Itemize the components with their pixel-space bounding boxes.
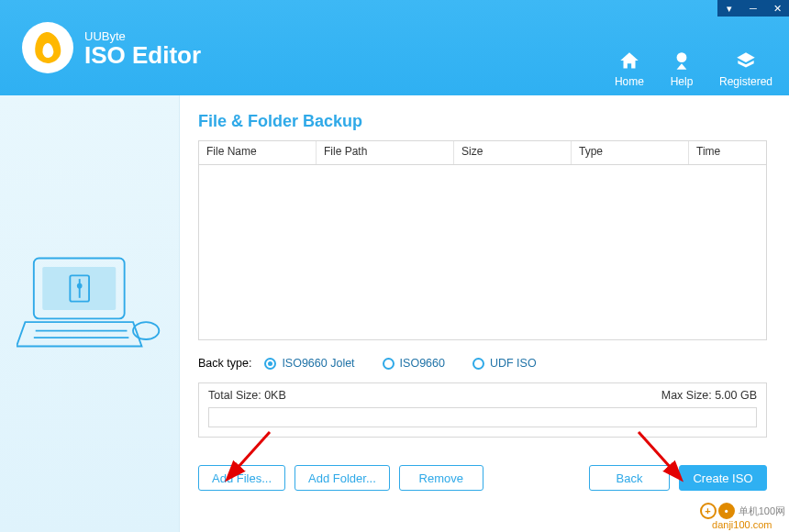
total-size: Total Size: 0KB <box>208 389 286 402</box>
registered-icon <box>734 50 758 73</box>
col-header-type[interactable]: Type <box>572 141 689 164</box>
laptop-illustration <box>17 251 163 376</box>
radio-icon <box>264 358 276 370</box>
button-row: Add Files... Add Folder... Remove Back C… <box>198 465 767 491</box>
remove-button[interactable]: Remove <box>399 465 483 491</box>
radio-icon <box>383 358 394 370</box>
radio-udf-iso[interactable]: UDF ISO <box>472 357 537 370</box>
col-header-name[interactable]: File Name <box>199 141 317 164</box>
back-type-label: Back type: <box>198 357 251 370</box>
home-icon <box>617 50 641 73</box>
radio-icon <box>472 358 484 370</box>
app-header: ▾ ─ ✕ UUByte ISO Editor Home Help Regist… <box>0 0 789 95</box>
svg-point-5 <box>76 283 82 289</box>
brand-big: ISO Editor <box>84 43 201 67</box>
nav-help[interactable]: Help <box>670 50 694 88</box>
back-button[interactable]: Back <box>589 465 670 491</box>
dropdown-icon[interactable]: ▾ <box>717 0 741 17</box>
add-files-button[interactable]: Add Files... <box>198 465 285 491</box>
col-header-size[interactable]: Size <box>454 141 572 164</box>
nav-home[interactable]: Home <box>615 50 644 88</box>
table-header: File Name File Path Size Type Time <box>199 141 766 165</box>
page-title: File & Folder Backup <box>198 112 767 131</box>
max-size: Max Size: 5.00 GB <box>661 389 757 402</box>
nav-registered[interactable]: Registered <box>719 50 772 88</box>
radio-iso9660-jolet[interactable]: ISO9660 Jolet <box>264 357 354 370</box>
nav-help-label: Help <box>671 75 694 88</box>
close-icon[interactable]: ✕ <box>765 0 789 17</box>
size-panel: Total Size: 0KB Max Size: 5.00 GB <box>198 382 767 438</box>
col-header-time[interactable]: Time <box>689 141 766 164</box>
watermark: +• 单机100网 danji100.com <box>699 503 785 530</box>
minimize-icon[interactable]: ─ <box>741 0 765 17</box>
svg-point-0 <box>677 52 687 62</box>
file-table: File Name File Path Size Type Time <box>198 140 767 340</box>
help-icon <box>670 50 694 73</box>
sidebar <box>0 95 180 532</box>
back-type-row: Back type: ISO9660 Jolet ISO9660 UDF ISO <box>198 357 767 370</box>
nav-registered-label: Registered <box>719 75 772 88</box>
col-header-path[interactable]: File Path <box>317 141 454 164</box>
radio-label: UDF ISO <box>490 357 537 370</box>
window-controls: ▾ ─ ✕ <box>717 0 789 17</box>
size-progress-bar <box>208 407 757 427</box>
header-nav: Home Help Registered <box>615 50 772 88</box>
app-logo: UUByte ISO Editor <box>22 22 201 73</box>
nav-home-label: Home <box>615 75 644 88</box>
radio-label: ISO9660 <box>400 357 445 370</box>
main-panel: File & Folder Backup File Name File Path… <box>180 95 789 532</box>
create-iso-button[interactable]: Create ISO <box>679 465 767 491</box>
radio-iso9660[interactable]: ISO9660 <box>383 357 445 370</box>
flame-icon <box>22 22 73 73</box>
radio-label: ISO9660 Jolet <box>282 357 354 370</box>
add-folder-button[interactable]: Add Folder... <box>294 465 390 491</box>
